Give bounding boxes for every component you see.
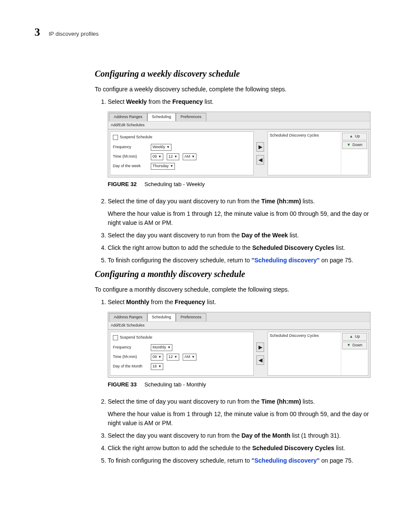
remove-arrow-button[interactable]: ◀ — [256, 155, 264, 165]
suspend-label: Suspend Schedule — [120, 134, 153, 140]
dom-select[interactable]: 16▼ — [151, 363, 163, 370]
tab-scheduling[interactable]: Scheduling — [147, 113, 176, 121]
triangle-up-icon: ▲ — [349, 334, 353, 340]
dow-label: Day of the week — [113, 163, 147, 169]
weekly-step-1: Select Weekly from the Frequency list. A… — [108, 97, 371, 188]
weekly-step-4: Click the right arrow button to add the … — [108, 243, 371, 252]
weekly-step-2-sub: Where the hour value is from 1 through 1… — [108, 209, 371, 227]
tab-preferences[interactable]: Preferences — [176, 113, 206, 121]
monthly-step-2-sub: Where the hour value is from 1 through 1… — [108, 410, 371, 428]
ampm-select[interactable]: AM▼ — [183, 354, 196, 361]
scheduling-discovery-link[interactable]: "Scheduling discovery" — [252, 457, 320, 464]
triangle-down-icon: ▼ — [347, 342, 351, 348]
frequency-label: Frequency — [113, 144, 147, 150]
move-up-button[interactable]: ▲Up — [342, 133, 367, 140]
hour-select[interactable]: 09▼ — [151, 153, 163, 160]
suspend-checkbox[interactable] — [113, 135, 118, 140]
left-section-title: Add/Edit Schedules — [111, 123, 145, 127]
dom-label: Day of the Month — [113, 364, 147, 370]
monthly-intro: To configure a monthly discovery schedul… — [95, 285, 371, 294]
heading-weekly: Configuring a weekly discovery schedule — [95, 69, 371, 79]
weekly-step-5: To finish configuring the discovery sche… — [108, 256, 371, 265]
left-section-title: Add/Edit Schedules — [111, 323, 145, 327]
move-down-button[interactable]: ▼Down — [342, 342, 367, 349]
figure-33-panel: Address Ranges Scheduling Preferences Ad… — [108, 312, 371, 378]
triangle-down-icon: ▼ — [347, 142, 351, 148]
tab-scheduling[interactable]: Scheduling — [147, 313, 176, 321]
scheduling-discovery-link[interactable]: "Scheduling discovery" — [252, 257, 320, 264]
time-label: Time (hh:mm) — [113, 354, 147, 360]
frequency-label: Frequency — [113, 345, 147, 351]
add-arrow-button[interactable]: ▶ — [256, 142, 264, 152]
hour-select[interactable]: 09▼ — [151, 354, 163, 361]
chapter-number: 3 — [34, 26, 40, 39]
figure-33-caption: FIGURE 33Scheduling tab - Monthly — [108, 380, 371, 389]
figure-32-caption: FIGURE 32Scheduling tab - Weekly — [108, 180, 371, 189]
move-down-button[interactable]: ▼Down — [342, 141, 367, 149]
figure-32-panel: Address Ranges Scheduling Preferences Ad… — [108, 112, 371, 177]
suspend-checkbox[interactable] — [113, 335, 118, 340]
chevron-left-icon: ◀ — [258, 356, 262, 364]
suspend-label: Suspend Schedule — [120, 335, 153, 341]
tab-preferences[interactable]: Preferences — [176, 313, 206, 321]
time-label: Time (hh:mm) — [113, 154, 147, 160]
remove-arrow-button[interactable]: ◀ — [256, 355, 264, 365]
frequency-select[interactable]: Monthly▼ — [151, 344, 172, 351]
weekly-step-3: Select the day you want discovery to run… — [108, 231, 371, 240]
move-up-button[interactable]: ▲Up — [342, 333, 367, 341]
frequency-select[interactable]: Weekly▼ — [151, 144, 171, 151]
scheduled-cycles-title: Scheduled Discovery Cycles — [268, 132, 341, 175]
heading-monthly: Configuring a monthly discovery schedule — [95, 269, 371, 279]
dow-select[interactable]: Thursday▼ — [151, 163, 175, 170]
schedule-form: Suspend Schedule Frequency Weekly▼ Time … — [110, 131, 254, 175]
monthly-step-3: Select the day you want discovery to run… — [108, 431, 371, 440]
ampm-select[interactable]: AM▼ — [183, 153, 196, 160]
chevron-left-icon: ◀ — [258, 156, 262, 164]
weekly-intro: To configure a weekly discovery schedule… — [95, 85, 371, 94]
monthly-step-2: Select the time of day you want discover… — [108, 397, 371, 428]
minute-select[interactable]: 12▼ — [167, 153, 179, 160]
monthly-step-1: Select Monthly from the Frequency list. … — [108, 298, 371, 389]
chevron-right-icon: ▶ — [258, 343, 262, 351]
monthly-step-4: Click the right arrow button to add the … — [108, 444, 371, 453]
triangle-up-icon: ▲ — [349, 134, 353, 140]
monthly-step-5: To finish configuring the discovery sche… — [108, 456, 371, 465]
scheduled-cycles-title: Scheduled Discovery Cycles — [268, 332, 341, 375]
chevron-right-icon: ▶ — [258, 143, 262, 151]
add-arrow-button[interactable]: ▶ — [256, 342, 264, 352]
schedule-form: Suspend Schedule Frequency Monthly▼ Time… — [110, 332, 254, 376]
tab-address-ranges[interactable]: Address Ranges — [109, 113, 147, 121]
weekly-step-2: Select the time of day you want discover… — [108, 197, 371, 227]
tab-address-ranges[interactable]: Address Ranges — [109, 313, 147, 321]
minute-select[interactable]: 12▼ — [167, 354, 179, 361]
section-path: IP discovery profiles — [49, 31, 99, 37]
